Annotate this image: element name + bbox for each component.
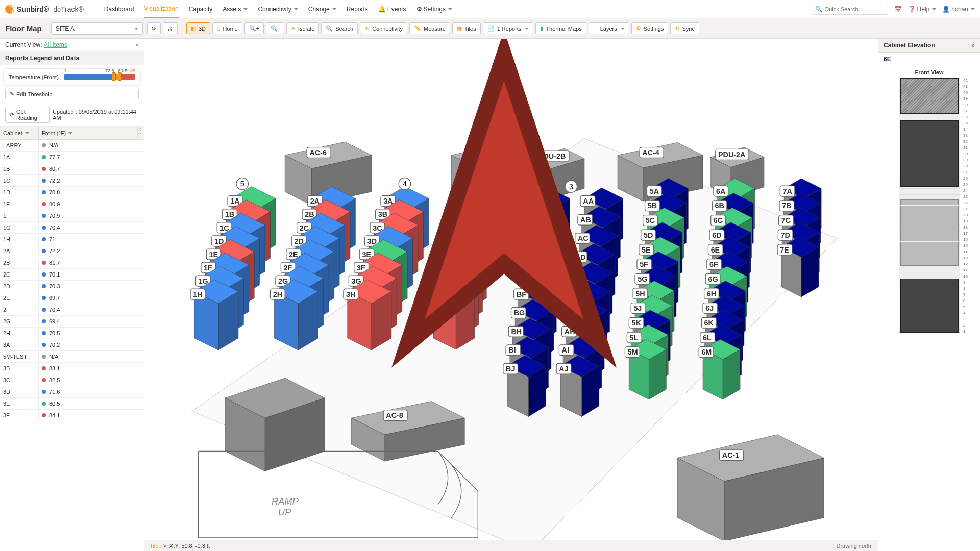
zoom-out-button[interactable]: 🔍- xyxy=(266,22,284,34)
table-row[interactable]: 3A70.2 xyxy=(0,339,144,351)
measure-button[interactable]: 📏Measure xyxy=(409,22,450,34)
nav-reports[interactable]: Reports xyxy=(347,1,368,18)
nav-settings[interactable]: ⚙ Settings xyxy=(416,1,452,18)
temperature-slider-row: Temperature (Front) 0 72.5 - 80.5 105 xyxy=(3,68,141,86)
table-row[interactable]: 1G70.4 xyxy=(0,222,144,234)
gear-icon: ⚙ xyxy=(416,6,422,13)
tiles-button[interactable]: ▦Tiles xyxy=(452,22,481,34)
table-row[interactable]: 2G69.4 xyxy=(0,316,144,328)
page-title: Floor Map xyxy=(5,24,42,33)
table-row[interactable]: 2A72.2 xyxy=(0,245,144,257)
refresh-icon: ⟳ xyxy=(152,25,156,32)
col-front-temp[interactable]: Front (°F) xyxy=(39,127,138,139)
table-row[interactable]: 2B81.7 xyxy=(0,257,144,269)
table-body: LARRYN/A1A77.71B80.71C72.21D70.81E80.91F… xyxy=(0,140,144,551)
zoom-in-button[interactable]: 🔍+ xyxy=(244,22,264,34)
table-row[interactable]: 1F70.9 xyxy=(0,210,144,222)
chevron-down-icon xyxy=(331,6,336,13)
chevron-down-icon xyxy=(970,6,975,13)
xy-value: 50.8, -0.3 ft xyxy=(181,543,210,549)
nav-events[interactable]: 🔔 Events xyxy=(378,1,406,18)
table-row[interactable]: 3B83.1 xyxy=(0,363,144,374)
layers-icon: ≣ xyxy=(593,25,598,32)
table-row[interactable]: 3E80.5 xyxy=(0,398,144,410)
floor-map-viewport[interactable]: AC-6AC-5PDU-2BAC-4PDU-2AAC-8AC-1 1A1B1C1… xyxy=(144,39,878,551)
nav-dashboard[interactable]: Dashboard xyxy=(104,1,134,18)
settings-button[interactable]: ⚙Settings xyxy=(631,22,669,34)
table-row[interactable]: 1D70.8 xyxy=(0,187,144,198)
calendar-icon[interactable]: 📅 xyxy=(894,6,902,13)
updated-text: Updated : 09/05/2019 at 09:11:44 AM xyxy=(53,109,139,121)
search-icon: 🔍 xyxy=(326,25,333,32)
table-row[interactable]: 1H71 xyxy=(0,234,144,245)
edit-threshold-button[interactable]: ✎Edit Threshold xyxy=(5,89,139,99)
brand-text: Sunbird® xyxy=(17,5,49,13)
chevron-down-icon xyxy=(24,130,29,136)
elevation-cabinet-name: 6E xyxy=(878,53,980,66)
table-row[interactable]: 2F70.4 xyxy=(0,304,144,316)
top-nav-bar: Sunbird® dcTrack® DashboardVisualization… xyxy=(0,0,980,18)
connectivity-icon: ☀ xyxy=(364,25,370,32)
reports-legend-header: Reports Legend and Data xyxy=(0,52,144,65)
chevron-down-icon xyxy=(620,26,625,32)
svg-marker-451 xyxy=(408,56,600,344)
table-row[interactable]: LARRYN/A xyxy=(0,140,144,152)
search-input[interactable] xyxy=(825,6,885,12)
compass-icon xyxy=(144,39,871,536)
chevron-down-icon xyxy=(242,6,248,13)
quick-search[interactable]: 🔍 xyxy=(812,4,888,15)
connectivity-button[interactable]: ☀Connectivity xyxy=(360,22,407,34)
current-view-link[interactable]: All Items xyxy=(44,41,67,48)
table-row[interactable]: 2C70.1 xyxy=(0,269,144,281)
current-view-row: Current View: All Items « xyxy=(0,39,144,52)
user-menu[interactable]: 👤hchan xyxy=(942,6,975,13)
table-menu-icon[interactable]: ⋮ xyxy=(138,127,144,139)
site-selector[interactable]: SITE A xyxy=(51,22,143,35)
chevron-down-icon xyxy=(931,6,936,13)
zoom-in-icon: 🔍+ xyxy=(249,25,259,32)
sunbird-logo-icon xyxy=(5,5,14,14)
table-row[interactable]: 2D70.3 xyxy=(0,281,144,292)
temp-slider[interactable]: 0 72.5 - 80.5 105 xyxy=(64,74,135,80)
table-row[interactable]: 1E80.9 xyxy=(0,198,144,210)
table-row[interactable]: 2E69.7 xyxy=(0,292,144,304)
view-3d-button[interactable]: ◧3D xyxy=(186,22,210,34)
search-icon: 🔍 xyxy=(815,6,823,13)
nav-connectivity[interactable]: Connectivity xyxy=(258,1,298,18)
table-row[interactable]: 1A77.7 xyxy=(0,152,144,163)
help-menu[interactable]: ❓Help xyxy=(908,6,937,13)
table-row[interactable]: 1C72.2 xyxy=(0,175,144,187)
table-row[interactable]: 3C82.5 xyxy=(0,374,144,386)
rack-elevation[interactable] xyxy=(899,78,960,333)
refresh-icon: ⟳ xyxy=(10,112,14,118)
zoom-out-icon: 🔍- xyxy=(271,25,280,32)
refresh-button[interactable]: ⟳ xyxy=(147,22,161,34)
col-cabinet[interactable]: Cabinet xyxy=(0,127,39,139)
elevation-view: Front View 42414039383736353433323130292… xyxy=(878,66,980,551)
table-row[interactable]: 2H70.5 xyxy=(0,328,144,339)
chevron-down-icon xyxy=(67,130,72,136)
layers-button[interactable]: ≣Layers xyxy=(589,22,629,34)
chevron-down-icon xyxy=(524,26,529,32)
nav-change[interactable]: Change xyxy=(308,1,336,18)
grid-icon: ▦ xyxy=(457,25,462,32)
nav-assets[interactable]: Assets xyxy=(223,1,248,18)
nav-visualization[interactable]: Visualization xyxy=(144,1,179,18)
table-row[interactable]: 3F84.1 xyxy=(0,410,144,421)
collapse-left-icon[interactable]: « xyxy=(135,41,139,48)
print-button[interactable]: 🖨 xyxy=(163,22,178,34)
reports-button[interactable]: 📄1 Reports xyxy=(483,22,534,34)
home-button[interactable]: ⌂Home xyxy=(212,22,242,34)
table-row[interactable]: 5M-TESTN/A xyxy=(0,351,144,363)
cabinet-elevation-panel: Cabinet Elevation » 6E Front View 424140… xyxy=(878,39,980,551)
isolate-button[interactable]: ✦Isolate xyxy=(286,22,319,34)
thermal-button[interactable]: ▮Thermal Maps xyxy=(535,22,586,34)
nav-capacity[interactable]: Capacity xyxy=(189,1,213,18)
left-panel: Current View: All Items « Reports Legend… xyxy=(0,39,144,551)
table-row[interactable]: 3D71.6 xyxy=(0,386,144,398)
table-row[interactable]: 1B80.7 xyxy=(0,163,144,175)
sync-button[interactable]: ⟲Sync xyxy=(670,22,699,34)
search-button[interactable]: 🔍Search xyxy=(321,22,358,34)
expand-right-icon[interactable]: » xyxy=(971,42,975,49)
get-reading-button[interactable]: ⟳Get Reading xyxy=(5,107,50,123)
